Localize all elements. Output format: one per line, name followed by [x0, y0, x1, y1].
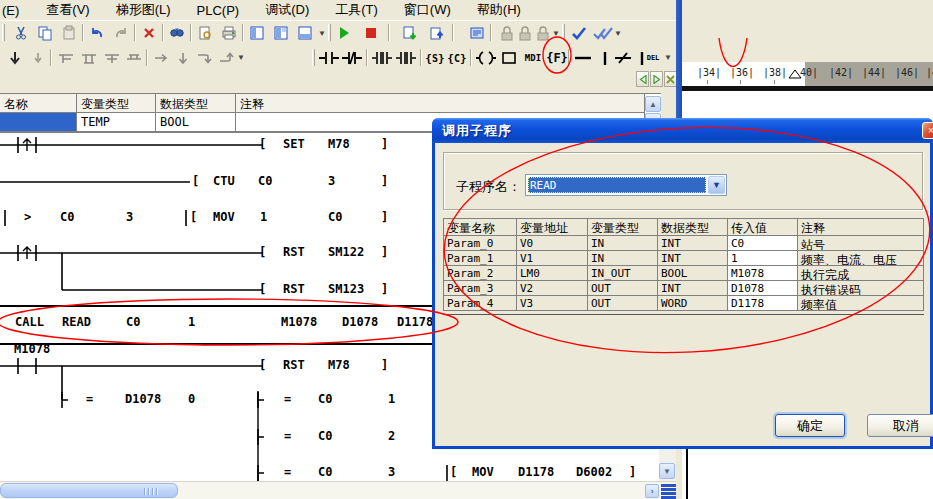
paste-icon[interactable]	[58, 23, 80, 43]
param-cell-value[interactable]: C0	[728, 236, 798, 251]
arrow-turn-down-icon[interactable]	[193, 48, 215, 68]
instr-rst[interactable]: RST	[283, 358, 305, 372]
upload-from-plc-icon[interactable]	[425, 23, 447, 43]
junction-3-icon[interactable]	[101, 48, 123, 68]
operand[interactable]: D1178	[518, 465, 554, 479]
chevron-down-icon[interactable]: ▼	[708, 176, 725, 194]
junction-4-icon[interactable]	[123, 48, 145, 68]
call-arg[interactable]: D1078	[342, 315, 378, 329]
function-box-icon[interactable]	[498, 48, 520, 68]
operand[interactable]: 2	[388, 429, 395, 443]
menu-debug[interactable]: 调试(D)	[252, 1, 322, 19]
operand[interactable]: C0	[60, 210, 74, 224]
instr-rst[interactable]: RST	[283, 245, 305, 259]
delete-line-icon[interactable]: DEL	[634, 48, 664, 68]
operand[interactable]: 3	[388, 465, 395, 479]
arrow-right-icon[interactable]	[150, 48, 172, 68]
contact-open-icon[interactable]	[318, 48, 340, 68]
insert-down-icon[interactable]	[4, 48, 26, 68]
ladder-hscrollbar[interactable]: ›	[0, 481, 676, 499]
contact-closed-icon[interactable]	[341, 48, 363, 68]
subroutine-name[interactable]: READ	[62, 315, 91, 329]
menu-window[interactable]: 窗口(W)	[391, 1, 464, 19]
operand[interactable]: D6002	[576, 465, 612, 479]
operand[interactable]: C0	[258, 174, 272, 188]
arrow-turn-up-icon[interactable]	[215, 48, 237, 68]
check-dropdown-icon[interactable]: ▼	[614, 29, 622, 38]
delete-line-dropdown-icon[interactable]: ▼	[664, 53, 672, 62]
operand[interactable]: 3	[328, 174, 335, 188]
var-cell-vartype[interactable]: TEMP	[77, 113, 156, 132]
operand[interactable]: SM122	[328, 245, 364, 259]
view-dropdown-icon[interactable]: ▼	[318, 29, 326, 38]
set-coil-icon[interactable]: {S}	[424, 48, 446, 68]
hscroll-thumb[interactable]	[0, 483, 178, 498]
call-arg[interactable]: 1	[188, 315, 195, 329]
contact-label[interactable]: M1078	[14, 342, 50, 356]
instr-mov[interactable]: MOV	[472, 465, 494, 479]
instr-set[interactable]: SET	[283, 137, 305, 151]
param-cell-value[interactable]: D1078	[728, 281, 798, 296]
expand-right-button[interactable]: ›	[645, 484, 659, 498]
var-cell-name-selected[interactable]	[0, 113, 77, 132]
dialog-close-icon[interactable]: ×	[922, 122, 933, 139]
special-function-icon[interactable]: {F}	[546, 48, 568, 68]
operand[interactable]: 0	[188, 392, 195, 406]
next-page-button[interactable]	[650, 71, 663, 87]
mdi-icon[interactable]: MDI	[520, 48, 546, 68]
operand[interactable]: 3	[126, 210, 133, 224]
compare-op[interactable]: =	[284, 429, 291, 443]
menu-edit[interactable]: (E)	[0, 3, 33, 18]
instr-call[interactable]: CALL	[15, 315, 44, 329]
view-output-icon[interactable]	[294, 23, 316, 43]
arrow-dropdown-icon[interactable]: ▼	[237, 53, 245, 62]
compare-op[interactable]: =	[284, 392, 291, 406]
operand[interactable]: C0	[318, 429, 332, 443]
operand[interactable]: C0	[318, 465, 332, 479]
prev-page-button[interactable]	[636, 71, 649, 87]
view-split-icon[interactable]	[270, 23, 292, 43]
var-cell-datatype[interactable]: BOOL	[156, 113, 236, 132]
instr-ctu[interactable]: CTU	[213, 174, 235, 188]
view-project-icon[interactable]	[246, 23, 268, 43]
param-cell-value[interactable]: 1	[728, 251, 798, 266]
check-icon[interactable]	[568, 23, 590, 43]
lock-dropdown-icon[interactable]: ▼	[552, 29, 560, 38]
contact-falling-icon[interactable]	[395, 48, 417, 68]
cut-icon[interactable]	[10, 23, 32, 43]
operand[interactable]: C0	[328, 210, 342, 224]
undo-icon[interactable]	[86, 23, 108, 43]
operand[interactable]: M78	[328, 137, 350, 151]
arrow-down-icon[interactable]	[172, 48, 194, 68]
cancel-button[interactable]: 取消	[867, 414, 933, 437]
call-arg[interactable]: C0	[126, 315, 140, 329]
scroll-down-button[interactable]: ▼	[659, 463, 675, 479]
run-icon[interactable]	[333, 23, 355, 43]
slash-line-icon[interactable]	[612, 48, 634, 68]
menu-view[interactable]: 查看(V)	[33, 1, 102, 19]
print-preview-icon[interactable]	[194, 23, 216, 43]
menu-help[interactable]: 帮助(H)	[464, 1, 534, 19]
menu-ladder[interactable]: 梯形图(L)	[103, 1, 184, 19]
param-cell-value[interactable]: M1078	[728, 266, 798, 281]
junction-1-icon[interactable]	[55, 48, 77, 68]
menu-plc[interactable]: PLC(P)	[184, 3, 253, 18]
call-arg[interactable]: D1178	[397, 315, 433, 329]
insert-down-outline-icon[interactable]	[27, 48, 49, 68]
operand[interactable]: C0	[318, 392, 332, 406]
operand[interactable]: 1	[388, 392, 395, 406]
print-icon[interactable]	[218, 23, 240, 43]
operand[interactable]: SM123	[328, 282, 364, 296]
instr-mov[interactable]: MOV	[213, 210, 235, 224]
operand[interactable]: 1	[260, 210, 267, 224]
find-icon[interactable]	[166, 23, 188, 43]
stop-icon[interactable]	[360, 23, 382, 43]
reset-coil-icon[interactable]: {C}	[446, 48, 468, 68]
lock-icon[interactable]	[532, 23, 554, 43]
ruler-marker-icon[interactable]	[788, 69, 802, 79]
param-cell-value[interactable]: D1178	[728, 296, 798, 311]
operand[interactable]: M78	[328, 358, 350, 372]
compare-op[interactable]: =	[284, 465, 291, 479]
compare-op[interactable]: =	[86, 392, 93, 406]
operand[interactable]: D1078	[125, 392, 161, 406]
